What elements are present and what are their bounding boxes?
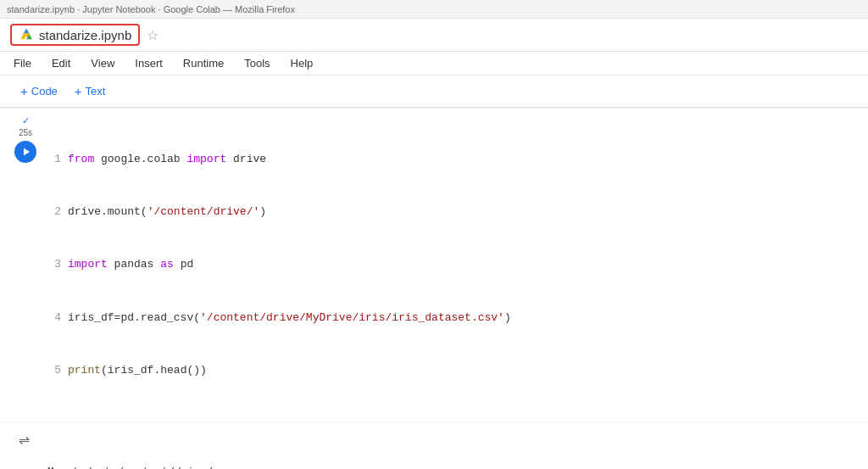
mounted-text: Mounted at /content/drive/ (47, 464, 861, 469)
menu-runtime[interactable]: Runtime (180, 55, 227, 71)
code-line-4: 4iris_df=pd.read_csv('/content/drive/MyD… (47, 310, 861, 327)
line-num-5: 5 (47, 362, 61, 380)
star-icon[interactable]: ☆ (147, 27, 159, 43)
code-line-3: 3import pandas as pd (47, 256, 861, 274)
menu-file[interactable]: File (10, 55, 35, 71)
colab-icon (19, 27, 34, 42)
toolbar: + Code + Text (0, 75, 868, 108)
output-arrows-icon: ⇌ (19, 432, 30, 448)
cell-check: ✓ (22, 115, 30, 126)
notebook-title: standarize.ipynb (39, 28, 131, 42)
output-content: Mounted at /content/drive/ sepal length … (47, 423, 868, 469)
line-num-4: 4 (47, 310, 61, 327)
output-area: ⇌ Mounted at /content/drive/ sepal lengt… (0, 422, 868, 469)
add-text-button[interactable]: + Text (68, 81, 113, 102)
add-code-label: Code (31, 85, 58, 98)
code-line-2: 2drive.mount('/content/drive/') (47, 204, 861, 221)
add-code-button[interactable]: + Code (14, 81, 64, 102)
run-button[interactable] (14, 141, 36, 163)
cell-code-content[interactable]: 1from google.colab import drive 2drive.m… (47, 109, 868, 422)
menu-insert[interactable]: Insert (131, 55, 166, 71)
plus-icon: + (20, 84, 28, 98)
cell-time: 25s (19, 128, 32, 137)
code-line-1: 1from google.colab import drive (47, 151, 861, 169)
plus-icon-2: + (75, 84, 82, 98)
menu-edit[interactable]: Edit (48, 55, 74, 71)
browser-tab-text: standarize.ipynb · Jupyter Notebook · Go… (7, 4, 295, 14)
menu-bar: File Edit View Insert Runtime Tools Help (0, 52, 868, 75)
code-cell: ✓ 25s 1from google.colab import drive 2d… (0, 108, 868, 422)
code-block: 1from google.colab import drive 2drive.m… (47, 115, 861, 416)
code-line-5: 5print(iris_df.head()) (47, 362, 861, 380)
line-num-1: 1 (47, 151, 61, 169)
notebook-title-box: standarize.ipynb (10, 24, 140, 46)
add-text-label: Text (86, 85, 106, 98)
cell-gutter: ✓ 25s (0, 109, 47, 170)
svg-marker-0 (24, 148, 30, 156)
line-num-2: 2 (47, 204, 61, 221)
title-bar: standarize.ipynb ☆ (0, 19, 868, 52)
menu-help[interactable]: Help (287, 55, 317, 71)
menu-tools[interactable]: Tools (241, 55, 273, 71)
line-num-3: 3 (47, 256, 61, 274)
play-icon (21, 147, 31, 157)
menu-view[interactable]: View (87, 55, 118, 71)
output-gutter: ⇌ (0, 423, 47, 456)
browser-tab-bar: standarize.ipynb · Jupyter Notebook · Go… (0, 0, 868, 19)
